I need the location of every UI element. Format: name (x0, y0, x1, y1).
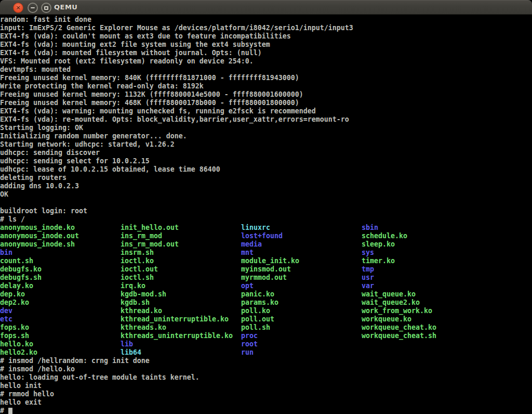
minimize-button[interactable] (28, 3, 38, 13)
file-entry-exec: debugfs.sh (0, 274, 121, 282)
file-entry-exec: anonymous_inode.ko (0, 224, 121, 232)
file-entry-dir: proc (241, 332, 362, 340)
maximize-button[interactable] (41, 3, 51, 13)
session-log: # insmod /hellrandom: crng init done# in… (0, 357, 532, 407)
file-entry-exec: kthreads_uninterruptible.ko (121, 332, 241, 340)
console-line: # insmod /hellrandom: crng init done (0, 357, 532, 365)
file-entry-exec: anonymous_inode.out (0, 232, 121, 240)
console-line: Freeing unused kernel memory: 1132K (fff… (0, 90, 532, 99)
file-entry-dir: dev (0, 307, 121, 315)
file-entry-exec: schedule.ko (362, 232, 482, 240)
console-line: hello: loading out-of-tree module taints… (0, 373, 532, 382)
file-entry-dir: sys (362, 249, 482, 257)
close-button[interactable]: ✕ (13, 3, 23, 13)
file-entry-dir: bin (0, 249, 121, 257)
file-entry-exec: poll.ko (241, 307, 362, 315)
file-entry-exec: anonymous_inode.sh (0, 240, 121, 249)
file-entry-exec: workqueue_cheat.sh (362, 332, 482, 340)
console-line: input: ImExPS/2 Generic Explorer Mouse a… (0, 24, 532, 32)
file-entry-dir: mnt (241, 249, 362, 257)
terminal-cursor (8, 408, 12, 414)
file-entry-exec: debugfs.ko (0, 265, 121, 274)
ls-row: anonymous_inode.outins_rm_modlost+founds… (0, 232, 532, 240)
ls-row: hello.kolibroot (0, 340, 532, 348)
titlebar: ✕ QEMU (0, 0, 532, 15)
ls-row: count.shioctl.komodule_init.kotimer.ko (0, 257, 532, 265)
console-line: hello exit (0, 398, 532, 407)
console-line: VFS: Mounted root (ext2 filesystem) read… (0, 57, 532, 66)
ls-row: bininsrm.shmntsys (0, 249, 532, 257)
console-line: # rmmod hello (0, 390, 532, 398)
console-line (0, 199, 532, 207)
console-line: random: fast init done (0, 16, 532, 24)
terminal-screen[interactable]: random: fast init doneinput: ImExPS/2 Ge… (0, 15, 532, 414)
file-entry-dir: media (241, 240, 362, 249)
file-entry-exec: fops.sh (0, 332, 121, 340)
prompt-line: # (0, 407, 532, 414)
console-line: Freeing unused kernel memory: 468K (ffff… (0, 99, 532, 107)
console-line: hello init (0, 382, 532, 390)
ls-row: debugfs.shioctl.shmyrmmod.outusr (0, 274, 532, 282)
file-entry-exec: insrm.sh (121, 249, 241, 257)
ls-output: anonymous_inode.koinit_hello.outlinuxrcs… (0, 224, 532, 357)
console-line: EXT4-fs (vda): mounting ext2 file system… (0, 41, 532, 49)
file-entry-exec: timer.ko (362, 257, 482, 265)
console-line: EXT4-fs (vda): re-mounted. Opts: block_v… (0, 115, 532, 124)
ls-row: dep2.kokgdb.shparams.kowait_queue2.ko (0, 299, 532, 307)
file-entry-exec: ins_rm_mod (121, 232, 241, 240)
file-entry-exec: delay.ko (0, 282, 121, 290)
file-entry-exec: myinsmod.out (241, 265, 362, 274)
file-entry-exec: sleep.ko (362, 240, 482, 249)
close-icon: ✕ (16, 5, 20, 11)
file-entry-exec: dep.ko (0, 290, 121, 299)
file-entry-dir: lost+found (241, 232, 362, 240)
file-entry-exec: fops.ko (0, 324, 121, 332)
file-entry-dir: usr (362, 274, 482, 282)
console-line: EXT4-fs (vda): mounted filesystem withou… (0, 49, 532, 57)
file-entry-exec: kthread_uninterruptible.ko (121, 315, 241, 324)
ls-row: debugfs.koioctl.outmyinsmod.outtmp (0, 265, 532, 274)
file-entry-exec: hello.ko (0, 340, 121, 348)
shell-prompt: # (0, 407, 8, 414)
file-entry-exec: hello2.ko (0, 348, 121, 357)
console-line: udhcpc: sending discover (0, 149, 532, 157)
ls-row: dep.kokgdb-mod.shpanic.kowait_queue.ko (0, 290, 532, 299)
ls-row: anonymous_inode.koinit_hello.outlinuxrcs… (0, 224, 532, 232)
file-entry-dir: run (241, 348, 362, 357)
maximize-icon (44, 6, 48, 10)
minimize-icon (31, 7, 35, 8)
file-entry-exec: kthreads.ko (121, 324, 241, 332)
console-line: Freeing unused kernel memory: 840K (ffff… (0, 74, 532, 82)
file-entry-exec: ioctl.ko (121, 257, 241, 265)
console-line: devtmpfs: mounted (0, 66, 532, 74)
file-entry-link: lib64 (121, 348, 241, 357)
file-entry-exec: ins_rm_mod.out (121, 240, 241, 249)
ls-row: devkthread.kopoll.kowork_from_work.ko (0, 307, 532, 315)
ls-row: fops.shkthreads_uninterruptible.koprocwo… (0, 332, 532, 340)
file-entry-exec: workqueue_cheat.ko (362, 324, 482, 332)
console-line: Starting network: udhcpc: started, v1.26… (0, 140, 532, 149)
console-line: OK (0, 190, 532, 199)
file-entry-dir: var (362, 282, 482, 290)
console-line: Initializing random number generator... … (0, 132, 532, 140)
file-entry-dir: etc (0, 315, 121, 324)
ls-row: hello2.kolib64run (0, 348, 532, 357)
console-line: EXT4-fs (vda): warning: mounting uncheck… (0, 107, 532, 115)
console-line: # insmod /hello.ko (0, 365, 532, 373)
console-line: # ls / (0, 215, 532, 224)
window-title: QEMU (54, 3, 77, 11)
file-entry-dir: lib (121, 340, 241, 348)
file-entry-dir: tmp (362, 265, 482, 274)
file-entry-exec: module_init.ko (241, 257, 362, 265)
file-entry-exec: dep2.ko (0, 299, 121, 307)
ls-row: etckthread_uninterruptible.kopoll.outwor… (0, 315, 532, 324)
file-entry-exec: irq.ko (121, 282, 241, 290)
file-entry-exec: count.sh (0, 257, 121, 265)
ls-row: delay.koirq.kooptvar (0, 282, 532, 290)
file-entry-exec: panic.ko (241, 290, 362, 299)
file-entry-dir: sbin (362, 224, 482, 232)
file-entry-dir: opt (241, 282, 362, 290)
file-entry-exec: init_hello.out (121, 224, 241, 232)
console-line: buildroot login: root (0, 207, 532, 215)
file-entry-exec: params.ko (241, 299, 362, 307)
